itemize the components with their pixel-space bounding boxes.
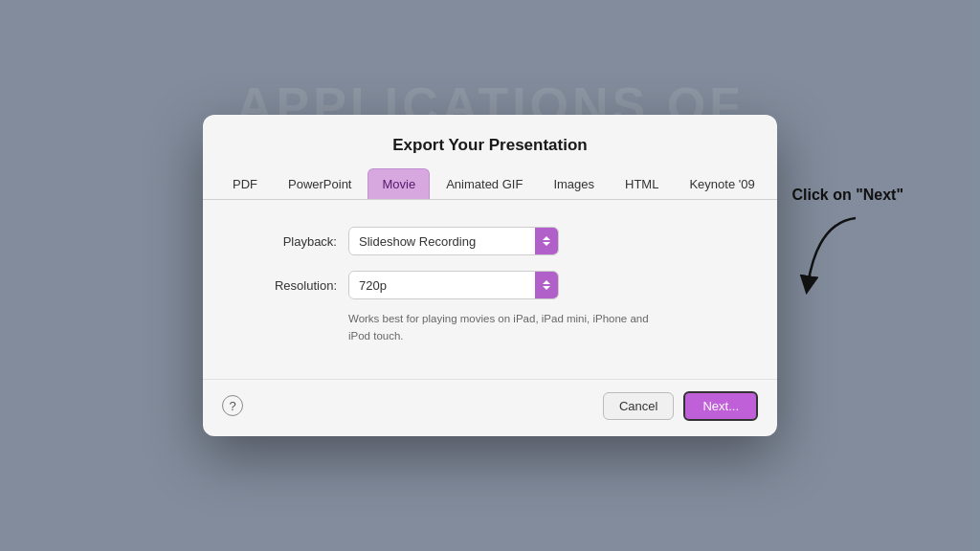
resolution-select[interactable]: 720p (348, 271, 559, 299)
annotation: Click on "Next" (791, 187, 903, 204)
dialog-body: Playback: Slideshow Recording Resolution… (203, 200, 777, 371)
tab-movie[interactable]: Movie (368, 168, 430, 199)
tab-images[interactable]: Images (539, 168, 609, 199)
footer-buttons: Cancel Next... (603, 391, 758, 421)
next-button[interactable]: Next... (683, 391, 758, 421)
chevron-updown-icon (541, 235, 552, 247)
resolution-row: Resolution: 720p (241, 271, 739, 299)
hint-text: Works best for playing movies on iPad, i… (348, 311, 655, 344)
tab-powerpoint[interactable]: PowerPoint (274, 168, 366, 199)
resolution-value: 720p (349, 274, 535, 298)
tab-bar: PDF PowerPoint Movie Animated GIF Images… (203, 168, 777, 200)
tab-keynote09[interactable]: Keynote '09 (675, 168, 768, 199)
export-dialog: Export Your Presentation PDF PowerPoint … (203, 115, 777, 436)
dialog-title: Export Your Presentation (203, 115, 777, 168)
tab-pdf[interactable]: PDF (218, 168, 272, 199)
annotation-arrow-icon (798, 213, 875, 299)
help-button[interactable]: ? (222, 395, 243, 416)
playback-dropdown-btn[interactable] (535, 228, 558, 254)
resolution-dropdown-btn[interactable] (535, 272, 558, 298)
annotation-text: Click on "Next" (791, 187, 903, 204)
playback-label: Playback: (241, 234, 337, 249)
tab-html[interactable]: HTML (611, 168, 673, 199)
playback-select[interactable]: Slideshow Recording (348, 227, 559, 255)
dialog-footer: ? Cancel Next... (203, 379, 777, 436)
tab-animated-gif[interactable]: Animated GIF (432, 168, 537, 199)
cancel-button[interactable]: Cancel (603, 392, 674, 420)
playback-row: Playback: Slideshow Recording (241, 227, 739, 255)
chevron-updown-icon-2 (541, 279, 552, 291)
playback-value: Slideshow Recording (349, 230, 535, 253)
resolution-label: Resolution: (241, 278, 337, 293)
